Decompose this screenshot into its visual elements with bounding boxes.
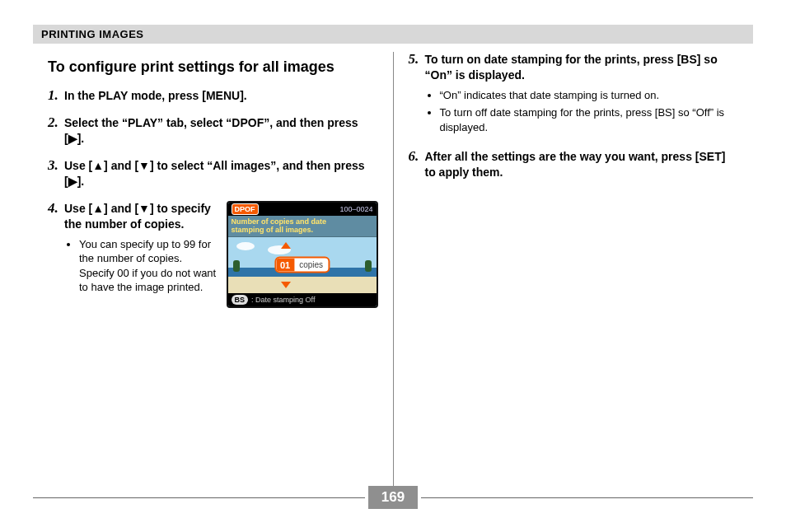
lcd-scene: 01 copies [228,237,377,293]
step-note: To turn off date stamping for the prints… [440,105,739,134]
step-number: 3. [48,158,64,189]
step-6: 6. After all the settings are the way yo… [409,149,739,180]
lcd-desc-line: stamping of all images. [232,226,373,234]
copies-selector: 01 copies [274,256,330,273]
step-text: In the PLAY mode, press [MENU]. [64,89,247,102]
content-columns: To configure print settings for all imag… [33,52,753,488]
step-5: 5. To turn on date stamping for the prin… [409,52,739,138]
step-note: You can specify up to 99 for the number … [79,237,218,295]
step-note: “On” indicates that date stamping is tur… [440,88,739,103]
step-number: 4. [48,201,64,308]
right-column: 5. To turn on date stamping for the prin… [394,52,754,488]
step-text: Select the “PLAY” tab, select “DPOF”, an… [64,116,358,145]
lcd-desc-line: Number of copies and date [232,217,373,226]
bs-badge: BS [232,295,249,305]
page-number: 169 [368,486,418,509]
step-number: 6. [409,149,425,180]
date-stamping-status: : Date stamping Off [251,295,315,305]
step-text: To turn on date stamping for the prints,… [425,53,718,82]
step-number: 5. [409,52,425,138]
dpof-badge: DPOF [232,203,259,215]
step-2: 2. Select the “PLAY” tab, select “DPOF”,… [48,115,378,147]
step-number: 1. [48,88,64,104]
up-arrow-icon [281,242,291,249]
step-text: After all the settings are the way you w… [425,150,726,179]
step-number: 2. [48,115,64,147]
left-column: To configure print settings for all imag… [33,52,394,488]
step-1: 1. In the PLAY mode, press [MENU]. [48,88,378,104]
copies-label: copies [294,259,328,272]
step-text: Use [▲] and [▼] to select “All images”, … [64,159,365,188]
camera-lcd-preview: DPOF 100–0024 Number of copies and date … [227,201,378,308]
image-number: 100–0024 [339,204,372,214]
page-title: To configure print settings for all imag… [48,57,378,77]
step-text: Use [▲] and [▼] to specify the number of… [64,202,211,231]
page-footer: 169 [33,486,753,509]
copies-value: 01 [276,258,294,272]
down-arrow-icon [281,282,291,288]
step-3: 3. Use [▲] and [▼] to select “All images… [48,158,378,189]
section-header: PRINTING IMAGES [33,25,753,44]
step-4: 4. Use [▲] and [▼] to specify the number… [48,201,378,308]
